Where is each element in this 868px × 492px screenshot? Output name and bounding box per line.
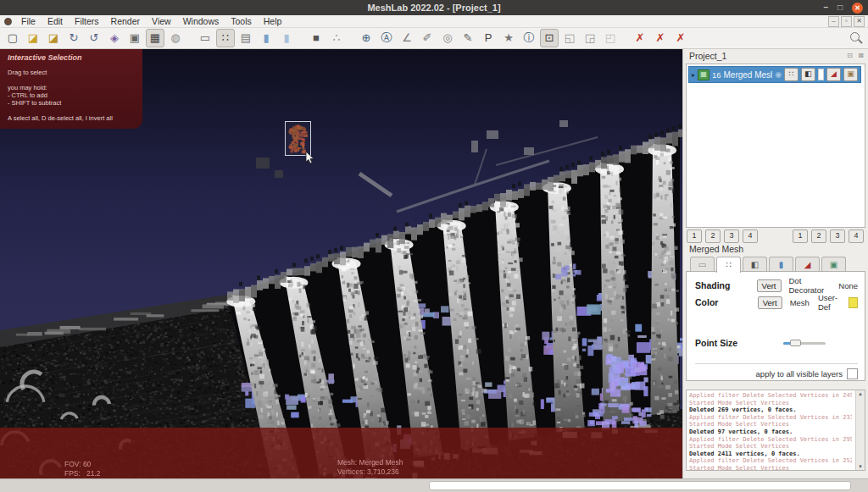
tab-points[interactable]: ∷ — [716, 257, 741, 273]
render-bbox-icon[interactable]: ▭ — [196, 29, 214, 47]
mdi-restore-button[interactable]: ▫ — [841, 16, 852, 27]
menu-item[interactable]: Edit — [42, 15, 69, 27]
paint-tool-icon[interactable]: ✎ — [459, 29, 477, 47]
status-message-field[interactable] — [429, 481, 851, 490]
scroll-down-icon[interactable]: ▼ — [858, 464, 863, 469]
info-icon[interactable]: ⓘ — [520, 29, 538, 47]
color-userdef-option[interactable]: User-Def — [818, 293, 845, 312]
layer-flat-toggle[interactable]: ◢ — [826, 68, 841, 81]
ambient-light-icon[interactable]: Ⓐ — [377, 29, 396, 47]
page-button[interactable]: 3 — [724, 229, 739, 243]
delete-selected-all-icon[interactable]: ✗ — [671, 29, 690, 47]
page-button[interactable]: 4 — [743, 229, 758, 243]
layer-shader-toggle[interactable]: ◧ — [801, 68, 815, 81]
page-button[interactable]: 2 — [705, 229, 721, 243]
page-button[interactable]: 1 — [793, 229, 808, 243]
project-title: Project_1 — [689, 51, 726, 61]
select-vertices-icon[interactable]: ⊡ — [540, 29, 559, 47]
reload-all-icon[interactable]: ↺ — [85, 29, 103, 47]
reload-mesh-icon[interactable]: ↻ — [64, 29, 83, 47]
minimize-button[interactable]: – — [823, 3, 828, 12]
delete-selected-faces-icon[interactable]: ✗ — [631, 29, 649, 47]
open-project-icon[interactable]: ◪ — [24, 29, 42, 47]
menu-item[interactable]: Tools — [225, 15, 258, 27]
select-rect-icon[interactable]: ◲ — [581, 29, 599, 47]
snapshot-icon[interactable]: ▣ — [125, 29, 144, 47]
page-button[interactable]: 1 — [687, 229, 702, 243]
color-swatch[interactable] — [849, 297, 858, 308]
raster-dialog-icon[interactable]: ▮ — [277, 29, 296, 47]
apply-row: apply to all visible layers — [695, 363, 858, 383]
menu-item[interactable]: File — [15, 15, 42, 27]
selection-rectangle — [285, 121, 311, 156]
overlay-line — [8, 107, 135, 114]
maximize-button[interactable]: □ — [837, 3, 843, 12]
layer-colorbar-icon[interactable] — [818, 69, 824, 80]
window-title: MeshLab 2022.02 - [Project_1] — [367, 3, 500, 13]
layer-id: 16 — [712, 70, 721, 80]
mdi-close-button[interactable]: ✕ — [854, 16, 865, 27]
select-connected-icon[interactable]: ◰ — [601, 29, 620, 47]
new-project-icon[interactable]: ▢ — [3, 29, 22, 47]
point-picker-icon[interactable]: ✐ — [418, 29, 437, 47]
layer-texture-toggle[interactable]: ▣ — [843, 68, 858, 81]
shading-dot-option[interactable]: Dot Decorator — [789, 276, 831, 295]
render-points-icon[interactable]: ∷ — [216, 29, 235, 47]
page-button[interactable]: 4 — [849, 229, 864, 243]
close-button[interactable]: ✕ — [852, 3, 863, 14]
scroll-up-icon[interactable]: ▲ — [858, 391, 863, 396]
menu-item[interactable]: Filters — [69, 15, 105, 27]
render-wire-icon[interactable]: ▤ — [236, 29, 255, 47]
layer-list: ▸ ▦ 16 Merged Mesh * ◉ ∷ ◧ ◢ ▣ — [686, 64, 865, 228]
mdi-minimize-button[interactable]: – — [828, 16, 839, 27]
measure-tool-icon[interactable]: ∠ — [398, 29, 416, 47]
shading-vert-button[interactable]: Vert — [757, 279, 782, 292]
render-solid-icon[interactable]: ▦ — [146, 29, 164, 47]
slider-handle[interactable] — [790, 340, 801, 346]
layer-dialog-icon[interactable]: ▮ — [257, 29, 275, 47]
overlay-line: - SHIFT to subtract — [8, 99, 135, 107]
point-size-slider[interactable] — [783, 340, 826, 346]
search-icon[interactable] — [849, 31, 863, 45]
shading-none-option[interactable]: None — [838, 281, 858, 290]
menu-item[interactable]: Help — [258, 15, 288, 27]
color-vert-button[interactable]: Vert — [758, 296, 782, 309]
color-label: Color — [695, 297, 758, 307]
show-axis-icon[interactable]: ∴ — [327, 29, 346, 47]
panel-close-button[interactable]: ⊠ — [856, 51, 865, 60]
hud-render-info: FOV: 60FPS: 21.2BO_RENDERING — [64, 432, 122, 478]
panel-float-button[interactable]: ⊡ — [845, 51, 854, 60]
overlay-title: Interactive Selection — [8, 54, 135, 62]
menu-item[interactable]: Windows — [177, 15, 225, 27]
main-toolbar: ▢◪◪↻↺◈▣▦◍▭∷▤▮▮■∴⊕Ⓐ∠✐◎✎P★ⓘ⊡◱◲◰✗✗✗ — [0, 28, 868, 49]
page-button[interactable]: 3 — [830, 229, 845, 243]
page-button[interactable]: 2 — [811, 229, 826, 243]
log-line: Started Mode Select Vertices — [689, 443, 852, 451]
viewport: Interactive Selection Drag to selectyou … — [0, 49, 682, 478]
log-scrollbar[interactable]: ▲ ▼ — [855, 390, 865, 470]
expand-arrow-icon[interactable]: ▸ — [692, 71, 695, 79]
trackball-icon[interactable]: ⊕ — [357, 29, 376, 47]
align-tool-icon[interactable]: ★ — [499, 29, 518, 47]
label-tool-icon[interactable]: P — [479, 29, 498, 47]
menu-item[interactable]: View — [146, 15, 177, 27]
app-icon — [4, 18, 12, 25]
page-buttons-left: 1234 — [687, 229, 758, 243]
save-project-icon[interactable]: ◈ — [105, 29, 124, 47]
render-sphere-icon[interactable]: ◍ — [166, 29, 185, 47]
menu-item[interactable]: Render — [105, 15, 146, 27]
import-mesh-icon[interactable]: ◪ — [44, 29, 63, 47]
log-line: Started Mode Select Vertices — [689, 421, 852, 428]
visibility-eye-icon[interactable]: ◉ — [775, 70, 782, 79]
log-console: Applied filter Delete Selected Vertices … — [686, 390, 865, 471]
color-mesh-option[interactable]: Mesh — [790, 298, 810, 307]
lamp-icon[interactable]: ◎ — [438, 29, 457, 47]
hud-line: FOV: 60 — [64, 460, 122, 469]
layer-points-toggle[interactable]: ∷ — [784, 68, 798, 81]
delete-selected-vertices-icon[interactable]: ✗ — [651, 29, 670, 47]
log-line: Applied filter Delete Selected Vertices … — [689, 436, 852, 444]
layer-row-merged-mesh[interactable]: ▸ ▦ 16 Merged Mesh * ◉ ∷ ◧ ◢ ▣ — [688, 66, 861, 83]
show-box-icon[interactable]: ■ — [307, 29, 326, 47]
select-faces-icon[interactable]: ◱ — [560, 29, 579, 47]
apply-all-checkbox[interactable] — [847, 368, 858, 379]
